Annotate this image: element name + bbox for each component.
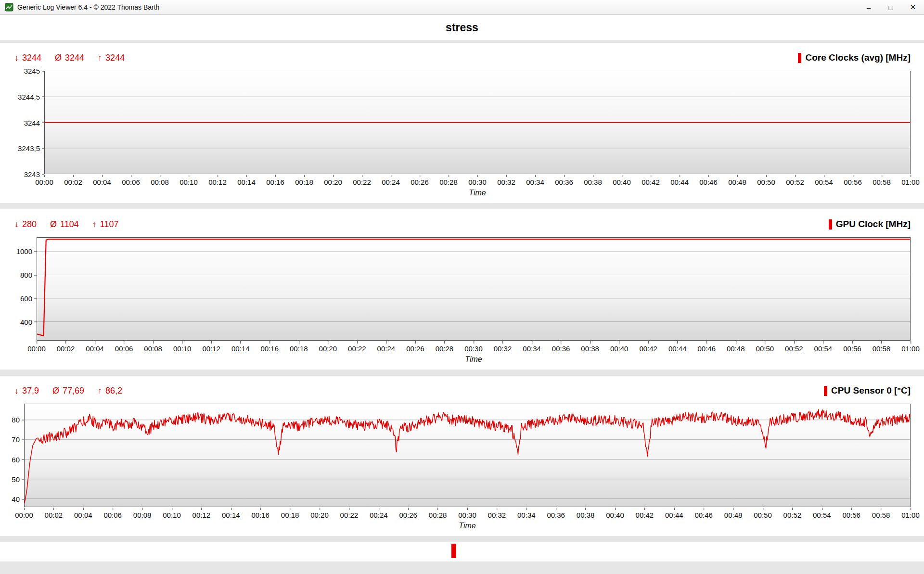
x-tick-label: 00:12 <box>208 178 227 186</box>
y-tick-label: 60 <box>12 456 20 463</box>
y-tick-label: 3245 <box>24 67 40 75</box>
x-axis: 00:0000:0200:0400:0600:0800:1000:1200:14… <box>44 174 911 188</box>
min-arrow-icon: ↓ <box>14 386 19 395</box>
x-tick-label: 00:36 <box>547 511 565 519</box>
x-tick-label: 00:28 <box>429 511 447 519</box>
legend-label: Core Clocks (avg) [MHz] <box>805 52 911 63</box>
x-tick-label: 00:12 <box>192 511 211 519</box>
x-tick-label: 01:00 <box>901 344 920 353</box>
stat-max: ↑3244 <box>98 53 125 63</box>
x-tick-label: 00:12 <box>202 344 220 353</box>
x-tick-label: 00:46 <box>697 344 716 353</box>
stat-min-value: 37,9 <box>22 386 39 395</box>
x-tick-label: 00:32 <box>488 511 506 519</box>
stat-max-value: 86,2 <box>105 386 122 395</box>
x-tick-label: 00:08 <box>133 511 152 519</box>
y-tick-label: 3244,5 <box>18 93 40 100</box>
stat-min: ↓3244 <box>14 53 41 63</box>
x-tick-label: 00:14 <box>237 178 256 186</box>
x-tick-label: 00:40 <box>606 511 624 519</box>
x-tick-label: 00:18 <box>290 344 308 353</box>
x-tick-label: 00:14 <box>222 511 240 519</box>
chart-wrap: 1000800600400 <box>0 237 911 341</box>
stat-min: ↓37,9 <box>14 386 39 396</box>
y-tick-label: 3244 <box>24 119 40 126</box>
legend: GPU Clock [MHz] <box>829 219 911 230</box>
x-tick-label: 00:26 <box>411 178 429 186</box>
x-tick-label: 00:02 <box>45 511 63 519</box>
minimize-button[interactable]: – <box>858 0 880 14</box>
legend-color-marker <box>829 219 832 230</box>
x-tick-label: 00:16 <box>251 511 270 519</box>
x-tick-label: 00:44 <box>668 344 687 353</box>
close-button[interactable]: ✕ <box>902 0 924 14</box>
x-tick-label: 00:36 <box>552 344 570 353</box>
chart-wrap: 32453244,532443243,53243 <box>0 71 911 174</box>
series-line <box>25 409 910 503</box>
panel-top: ↓280 Ø1104 ↑1107 GPU Clock [MHz] <box>0 217 924 237</box>
chart-plot-area[interactable] <box>37 237 911 341</box>
x-tick-label: 00:52 <box>785 344 803 353</box>
x-tick-label: 00:40 <box>613 178 631 186</box>
header: stress <box>0 15 924 40</box>
x-tick-label: 00:32 <box>494 344 512 353</box>
x-tick-label: 00:26 <box>406 344 424 353</box>
x-tick-label: 00:58 <box>872 511 890 519</box>
maximize-button[interactable]: □ <box>880 0 902 14</box>
y-tick-label: 800 <box>20 271 32 279</box>
x-tick-label: 00:38 <box>581 344 599 353</box>
legend-label: GPU Clock [MHz] <box>836 219 911 230</box>
x-tick-label: 00:30 <box>464 344 483 353</box>
x-axis: 00:0000:0200:0400:0600:0800:1000:1200:14… <box>24 507 911 521</box>
stat-avg: Ø1104 <box>50 219 79 230</box>
x-axis: 00:0000:0200:0400:0600:0800:1000:1200:14… <box>37 341 911 354</box>
stat-avg: Ø3244 <box>55 53 84 63</box>
x-tick-label: 00:38 <box>584 178 602 186</box>
x-tick-label: 00:06 <box>122 178 140 186</box>
x-tick-label: 00:08 <box>151 178 169 186</box>
y-tick-label: 40 <box>12 496 20 503</box>
avg-icon: Ø <box>52 386 59 395</box>
y-tick-label: 70 <box>12 436 20 443</box>
legend: Core Clocks (avg) [MHz] <box>798 52 911 63</box>
x-tick-label: 00:46 <box>699 178 718 186</box>
y-tick-label: 600 <box>20 295 32 302</box>
x-tick-label: 00:34 <box>526 178 544 186</box>
legend-color-marker <box>798 53 801 63</box>
x-tick-label: 00:16 <box>260 344 279 353</box>
stats-row: ↓280 Ø1104 ↑1107 <box>14 219 119 230</box>
chart-wrap: 8070605040 <box>0 404 911 507</box>
x-tick-label: 00:04 <box>93 178 111 186</box>
x-tick-label: 00:20 <box>319 344 337 353</box>
x-tick-label: 00:08 <box>144 344 162 353</box>
x-tick-label: 00:30 <box>458 511 476 519</box>
legend: CPU Sensor 0 [°C] <box>824 385 911 396</box>
y-axis: 1000800600400 <box>0 237 37 341</box>
x-tick-label: 01:00 <box>901 178 920 186</box>
app-icon <box>5 3 13 12</box>
x-tick-label: 00:42 <box>636 511 654 519</box>
x-tick-label: 00:04 <box>86 344 104 353</box>
panel-top: ↓3244 Ø3244 ↑3244 Core Clocks (avg) [MHz… <box>0 51 924 71</box>
x-tick-label: 00:20 <box>310 511 329 519</box>
x-tick-label: 00:10 <box>163 511 181 519</box>
x-tick-label: 00:44 <box>665 511 683 519</box>
x-tick-label: 00:54 <box>815 178 833 186</box>
chart-plot-area[interactable] <box>24 404 911 507</box>
panel-top: ↓37,9 Ø77,69 ↑86,2 CPU Sensor 0 [°C] <box>0 383 924 404</box>
stat-avg-value: 1104 <box>60 219 79 229</box>
x-tick-label: 00:30 <box>468 178 487 186</box>
y-tick-label: 3243,5 <box>18 145 40 152</box>
stat-max: ↑86,2 <box>98 386 122 396</box>
x-tick-label: 00:44 <box>670 178 689 186</box>
x-tick-label: 00:34 <box>517 511 536 519</box>
x-tick-label: 00:32 <box>497 178 515 186</box>
x-tick-label: 00:52 <box>786 178 804 186</box>
x-tick-label: 00:14 <box>231 344 250 353</box>
x-tick-label: 00:48 <box>724 511 743 519</box>
x-axis-title: Time <box>44 188 911 198</box>
stat-min: ↓280 <box>14 219 37 230</box>
y-axis: 32453244,532443243,53243 <box>0 71 44 174</box>
chart-plot-area[interactable] <box>44 71 911 174</box>
x-tick-label: 00:02 <box>57 344 75 353</box>
